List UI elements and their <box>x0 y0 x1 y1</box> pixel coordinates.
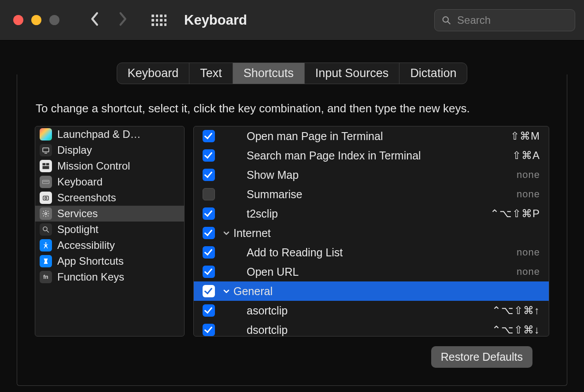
svg-point-0 <box>443 17 448 22</box>
svg-rect-9 <box>45 181 46 182</box>
sidebar-item-launchpad[interactable]: Launchpad & D… <box>35 126 184 142</box>
launchpad-icon <box>40 128 52 141</box>
minimize-window-button[interactable] <box>31 15 41 25</box>
sidebar-item-screenshots[interactable]: Screenshots <box>35 190 184 206</box>
shortcut-label: Search man Page Index in Terminal <box>247 149 512 162</box>
shortcut-label: Show Map <box>247 169 517 181</box>
sidebar-item-label: Services <box>57 207 98 220</box>
shortcut-keys[interactable]: none <box>517 189 540 200</box>
shortcut-keys[interactable]: none <box>517 169 540 181</box>
svg-point-17 <box>45 242 47 244</box>
sidebar-item-keyboard[interactable]: Keyboard <box>35 174 184 190</box>
checkbox[interactable] <box>203 304 215 317</box>
show-all-prefs-icon[interactable] <box>152 15 166 26</box>
shortcut-item-row[interactable]: dsortclip⌃⌥⇧⌘↓ <box>194 320 549 337</box>
content-frame: To change a shortcut, select it, click t… <box>17 74 567 386</box>
shortcut-item-row[interactable]: Open URLnone <box>194 262 549 281</box>
close-window-button[interactable] <box>13 15 23 25</box>
chevron-down-icon[interactable] <box>222 288 231 295</box>
sidebar-item-label: Spotlight <box>57 223 98 236</box>
shortcut-group-row[interactable]: Internet <box>194 223 549 243</box>
accessibility-icon <box>40 239 52 251</box>
checkbox[interactable] <box>203 149 215 162</box>
sidebar-item-label: Launchpad & D… <box>57 128 140 141</box>
shortcut-keys[interactable]: ⌃⌥⇧⌘↑ <box>492 304 540 317</box>
shortcut-keys[interactable]: ⌃⌥⇧⌘P <box>490 207 540 220</box>
checkbox[interactable] <box>203 266 215 278</box>
app-icon <box>40 255 52 267</box>
search-input[interactable] <box>457 14 568 26</box>
svg-rect-2 <box>43 148 49 152</box>
sidebar-item-label: Function Keys <box>57 271 124 283</box>
shortcut-label: Add to Reading List <box>247 246 517 259</box>
checkbox[interactable] <box>203 207 215 220</box>
shortcut-keys[interactable]: none <box>517 266 540 277</box>
sidebar-item-fn[interactable]: fnFunction Keys <box>35 269 184 285</box>
svg-point-13 <box>45 197 47 200</box>
titlebar: Keyboard <box>0 0 584 41</box>
search-icon <box>442 15 451 26</box>
shortcut-group-row[interactable]: General <box>194 281 549 301</box>
sidebar-item-spotlight[interactable]: Spotlight <box>35 222 184 237</box>
sidebar-item-mission[interactable]: Mission Control <box>35 158 184 174</box>
maximize-window-button[interactable] <box>49 15 59 25</box>
shortcut-label: t2sclip <box>247 207 490 220</box>
checkbox[interactable] <box>203 285 215 297</box>
shortcut-item-row[interactable]: Add to Reading Listnone <box>194 243 549 262</box>
sidebar-item-services[interactable]: Services <box>35 206 184 222</box>
checkbox[interactable] <box>203 169 215 181</box>
sidebar-item-label: Display <box>57 144 92 156</box>
back-button[interactable] <box>90 11 100 29</box>
shortcut-keys[interactable]: ⌃⌥⇧⌘↓ <box>492 324 540 336</box>
checkbox[interactable] <box>203 324 215 336</box>
shortcut-item-row[interactable]: t2sclip⌃⌥⇧⌘P <box>194 204 549 223</box>
sidebar-item-accessibility[interactable]: Accessibility <box>35 237 184 253</box>
search-field[interactable] <box>434 9 575 31</box>
forward-button[interactable] <box>118 11 127 29</box>
sidebar-item-label: Screenshots <box>57 192 116 204</box>
shortcut-item-row[interactable]: asortclip⌃⌥⇧⌘↑ <box>194 301 549 320</box>
shortcut-label: Open URL <box>247 266 517 278</box>
group-label: General <box>233 285 540 298</box>
svg-line-1 <box>447 21 450 24</box>
shortcut-item-row[interactable]: Summarisenone <box>194 185 549 204</box>
shortcut-item-row[interactable]: Show Mapnone <box>194 165 549 185</box>
svg-rect-8 <box>44 181 44 182</box>
svg-rect-6 <box>43 166 49 169</box>
keyboard-icon <box>40 176 52 188</box>
nav-arrows <box>90 11 127 29</box>
spotlight-icon <box>40 223 52 236</box>
shortcut-keys[interactable]: ⇧⌘M <box>510 130 540 142</box>
shortcut-keys[interactable]: none <box>517 247 540 258</box>
sidebar-item-app[interactable]: App Shortcuts <box>35 253 184 269</box>
svg-point-14 <box>45 213 47 215</box>
display-icon <box>40 144 52 156</box>
checkbox[interactable] <box>203 246 215 259</box>
checkbox[interactable] <box>203 188 215 200</box>
fn-icon: fn <box>40 271 52 283</box>
svg-rect-10 <box>46 181 47 182</box>
shortcut-label: asortclip <box>247 304 492 317</box>
category-sidebar[interactable]: Launchpad & D…DisplayMission ControlKeyb… <box>35 126 185 337</box>
shortcut-keys[interactable]: ⇧⌘A <box>512 149 540 162</box>
services-icon <box>40 207 52 220</box>
traffic-lights <box>13 15 59 25</box>
svg-rect-5 <box>46 163 49 165</box>
shortcut-label: dsortclip <box>247 324 492 337</box>
checkbox[interactable] <box>203 227 215 239</box>
shortcut-item-row[interactable]: Search man Page Index in Terminal⇧⌘A <box>194 146 549 165</box>
shortcut-item-row[interactable]: Open man Page in Terminal⇧⌘M <box>194 126 549 146</box>
shortcut-list[interactable]: Open man Page in Terminal⇧⌘MSearch man P… <box>193 126 549 337</box>
screenshots-icon <box>40 192 52 204</box>
svg-line-16 <box>47 230 49 233</box>
chevron-down-icon[interactable] <box>222 229 231 237</box>
checkbox[interactable] <box>203 130 215 142</box>
window-title: Keyboard <box>184 12 247 28</box>
sidebar-item-display[interactable]: Display <box>35 142 184 158</box>
sidebar-item-label: App Shortcuts <box>57 255 124 267</box>
restore-defaults-button[interactable]: Restore Defaults <box>431 346 532 368</box>
sidebar-item-label: Keyboard <box>57 176 103 188</box>
svg-point-15 <box>43 227 47 231</box>
shortcut-label: Open man Page in Terminal <box>247 130 510 143</box>
svg-rect-4 <box>43 163 46 165</box>
